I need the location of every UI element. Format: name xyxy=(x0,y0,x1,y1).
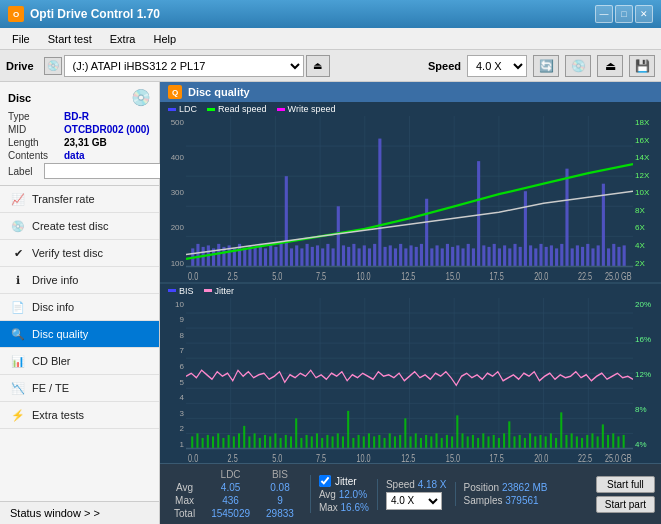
svg-rect-142 xyxy=(259,437,261,448)
legend-ldc: LDC xyxy=(168,104,197,114)
svg-rect-157 xyxy=(337,433,339,448)
lower-chart-body: 10 9 8 7 6 5 4 3 2 1 xyxy=(160,298,661,464)
samples-val: 379561 xyxy=(505,495,538,506)
svg-text:7.5: 7.5 xyxy=(316,271,326,282)
disc-label-text: Label xyxy=(8,166,40,177)
minimize-button[interactable]: — xyxy=(595,5,613,23)
disc-button[interactable]: 💿 xyxy=(565,55,591,77)
svg-rect-33 xyxy=(290,248,293,266)
svg-rect-199 xyxy=(555,437,557,448)
max-label: Max xyxy=(166,494,203,507)
maximize-button[interactable]: □ xyxy=(615,5,633,23)
svg-rect-179 xyxy=(451,436,453,448)
sidebar: Disc 💿 Type BD-R MID OTCBDR002 (000) Len… xyxy=(0,82,160,524)
svg-rect-152 xyxy=(311,436,313,448)
menu-start-test[interactable]: Start test xyxy=(40,31,100,47)
svg-rect-211 xyxy=(617,436,619,448)
speed-select[interactable]: 4.0 X xyxy=(467,55,527,77)
disc-contents-value: data xyxy=(64,150,85,161)
svg-rect-196 xyxy=(539,434,541,448)
svg-rect-65 xyxy=(456,245,459,266)
svg-rect-88 xyxy=(576,245,579,266)
status-window[interactable]: Status window > > xyxy=(0,501,159,524)
sidebar-item-verify-test-disc[interactable]: ✔ Verify test disc xyxy=(0,240,159,267)
sidebar-item-transfer-rate[interactable]: 📈 Transfer rate xyxy=(0,186,159,213)
svg-rect-34 xyxy=(295,245,298,266)
disc-info-icon: 📄 xyxy=(10,299,26,315)
jitter-checkbox[interactable] xyxy=(319,475,331,487)
drive-select[interactable]: (J:) ATAPI iHBS312 2 PL17 xyxy=(64,55,304,77)
speed-label: Speed xyxy=(428,60,461,72)
sidebar-item-cd-bler[interactable]: 📊 CD Bler xyxy=(0,348,159,375)
sidebar-item-disc-quality[interactable]: 🔍 Disc quality xyxy=(0,321,159,348)
svg-rect-145 xyxy=(274,433,276,448)
sidebar-item-extra-tests[interactable]: ⚡ Extra tests xyxy=(0,402,159,429)
nav-label-extra-tests: Extra tests xyxy=(32,409,84,421)
svg-rect-185 xyxy=(482,433,484,448)
svg-rect-67 xyxy=(467,244,470,267)
svg-rect-200 xyxy=(560,412,562,448)
app-icon: O xyxy=(8,6,24,22)
svg-rect-198 xyxy=(550,433,552,448)
speed-dropdown[interactable]: 4.0 X xyxy=(386,492,442,510)
svg-rect-47 xyxy=(363,245,366,266)
svg-rect-180 xyxy=(456,415,458,448)
svg-rect-178 xyxy=(446,434,448,448)
svg-rect-80 xyxy=(534,248,537,266)
svg-rect-156 xyxy=(332,436,334,448)
sidebar-item-fe-te[interactable]: 📉 FE / TE xyxy=(0,375,159,402)
svg-rect-193 xyxy=(524,437,526,448)
disc-label-input[interactable] xyxy=(44,163,177,179)
upper-chart-body: 500 400 300 200 100 xyxy=(160,116,661,282)
svg-rect-38 xyxy=(316,245,319,266)
close-button[interactable]: ✕ xyxy=(635,5,653,23)
samples-row: Samples 379561 xyxy=(464,495,548,506)
svg-text:5.0: 5.0 xyxy=(272,271,282,282)
svg-rect-139 xyxy=(243,425,245,448)
jitter-dot xyxy=(204,289,212,292)
menu-extra[interactable]: Extra xyxy=(102,31,144,47)
sidebar-item-create-test-disc[interactable]: 💿 Create test disc xyxy=(0,213,159,240)
svg-rect-153 xyxy=(316,433,318,448)
save-button[interactable]: 💾 xyxy=(629,55,655,77)
lower-legend: BIS Jitter xyxy=(160,284,661,298)
menu-file[interactable]: File xyxy=(4,31,38,47)
start-part-button[interactable]: Start part xyxy=(596,496,655,513)
disc-type-row: Type BD-R xyxy=(8,111,151,122)
disc-contents-row: Contents data xyxy=(8,150,151,161)
position-row: Position 23862 MB xyxy=(464,482,548,493)
svg-rect-181 xyxy=(461,433,463,448)
svg-rect-73 xyxy=(498,248,501,266)
svg-rect-26 xyxy=(254,247,257,267)
speed-row: Speed 4.18 X xyxy=(386,479,447,490)
eject2-button[interactable]: ⏏ xyxy=(597,55,623,77)
jitter-header: Jitter xyxy=(319,475,369,487)
menu-bar: File Start test Extra Help xyxy=(0,28,661,50)
svg-rect-144 xyxy=(269,436,271,448)
svg-text:0.0: 0.0 xyxy=(188,452,198,463)
speed-info-label: Speed xyxy=(386,479,415,490)
svg-rect-210 xyxy=(612,433,614,448)
menu-help[interactable]: Help xyxy=(145,31,184,47)
sidebar-item-drive-info[interactable]: ℹ Drive info xyxy=(0,267,159,294)
nav-label-fe-te: FE / TE xyxy=(32,382,69,394)
svg-rect-41 xyxy=(332,248,335,266)
eject-button[interactable]: ⏏ xyxy=(306,55,330,77)
svg-rect-184 xyxy=(477,437,479,448)
svg-text:7.5: 7.5 xyxy=(316,452,326,463)
drive-cd-icon: 💿 xyxy=(44,57,62,75)
title-bar-controls: — □ ✕ xyxy=(595,5,653,23)
sidebar-item-disc-info[interactable]: 📄 Disc info xyxy=(0,294,159,321)
disc-length-row: Length 23,31 GB xyxy=(8,137,151,148)
start-full-button[interactable]: Start full xyxy=(596,476,655,493)
svg-rect-176 xyxy=(435,433,437,448)
refresh-button[interactable]: 🔄 xyxy=(533,55,559,77)
upper-chart-svg: 0.0 2.5 5.0 7.5 10.0 12.5 15.0 17.5 20.0… xyxy=(186,116,633,282)
svg-rect-43 xyxy=(342,245,345,266)
lower-chart-svg: 0.0 2.5 5.0 7.5 10.0 12.5 15.0 17.5 20.0… xyxy=(186,298,633,464)
action-buttons: Start full Start part xyxy=(596,476,655,513)
svg-rect-164 xyxy=(373,436,375,448)
speed-val: 4.18 X xyxy=(418,479,447,490)
svg-text:12.5: 12.5 xyxy=(401,271,415,282)
disc-header: Disc 💿 xyxy=(8,88,151,107)
